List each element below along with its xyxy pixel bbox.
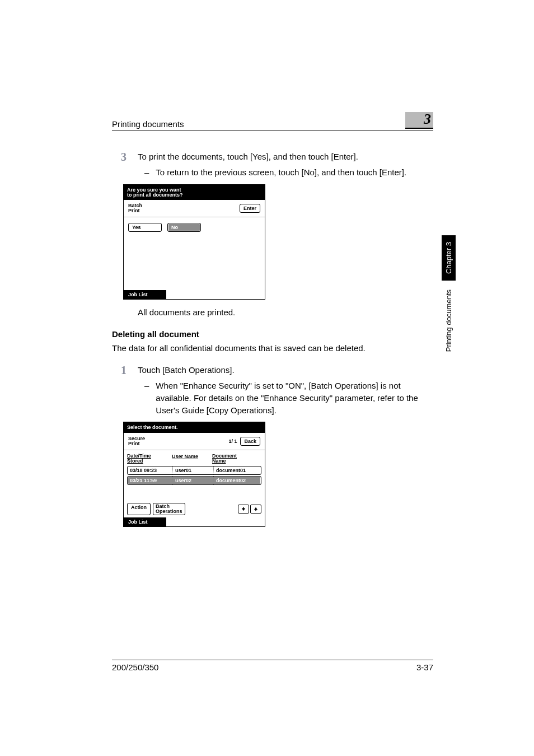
bullet-dash: – xyxy=(144,380,149,416)
action-button[interactable]: Action xyxy=(127,503,151,515)
batch-operations-button[interactable]: BatchOperations xyxy=(153,503,185,515)
header-title: Printing documents xyxy=(112,119,405,129)
step-text: Touch [Batch Operations]. xyxy=(138,364,433,376)
screenshot-batch-print-confirm: Are you sure you want to print all docum… xyxy=(123,184,265,300)
no-button[interactable]: No xyxy=(167,223,201,232)
step-1: 1 Touch [Batch Operations]. – When "Enha… xyxy=(112,364,433,416)
mode-label: SecurePrint xyxy=(128,436,145,446)
footer-model: 200/250/350 xyxy=(112,662,158,672)
job-list-tab[interactable]: Job List xyxy=(124,290,166,299)
table-row[interactable]: 03/18 09:23 user01 document01 xyxy=(127,466,261,475)
back-button[interactable]: Back xyxy=(240,437,260,446)
step-subtext: To return to the previous screen, touch … xyxy=(156,166,406,179)
result-text: All documents are printed. xyxy=(138,307,433,317)
footer-page-number: 3-37 xyxy=(416,662,433,672)
step-subtext: When "Enhance Security" is set to "ON", … xyxy=(156,380,433,416)
yes-button[interactable]: Yes xyxy=(128,223,162,232)
arrow-up-button[interactable] xyxy=(250,505,261,514)
mode-label: BatchPrint xyxy=(128,203,142,213)
arrow-down-icon xyxy=(241,507,246,511)
page-header: Printing documents 3 xyxy=(112,112,433,130)
col-date: Date/TimeStored xyxy=(127,454,172,464)
screen-title: Select the document. xyxy=(124,422,265,432)
step-text: To print the documents, touch [Yes], and… xyxy=(138,151,433,163)
bullet-dash: – xyxy=(144,166,149,179)
col-doc: DocumentName xyxy=(212,454,261,464)
step-3: 3 To print the documents, touch [Yes], a… xyxy=(112,151,433,179)
page-indicator: 1/ 1 xyxy=(228,438,237,444)
page-footer: 200/250/350 3-37 xyxy=(112,660,433,672)
arrow-up-icon xyxy=(254,507,258,511)
side-section-label: Printing documents xyxy=(443,286,455,355)
table-row[interactable]: 03/21 11:59 user02 document02 xyxy=(127,476,261,485)
screenshot-select-document: Select the document. SecurePrint 1/ 1 Ba… xyxy=(123,422,265,526)
step-number: 3 xyxy=(112,151,127,179)
arrow-down-button[interactable] xyxy=(238,505,249,514)
chapter-number-badge: 3 xyxy=(405,112,433,129)
side-chapter-label: Chapter 3 xyxy=(442,235,456,281)
col-user: User Name xyxy=(172,454,212,464)
side-tab: Chapter 3 Printing documents xyxy=(442,235,456,355)
screen-title: Are you sure you want to print all docum… xyxy=(124,185,265,200)
enter-button[interactable]: Enter xyxy=(240,204,260,213)
subheading-deleting: Deleting all document xyxy=(112,329,433,339)
delete-intro: The data for all confidential documents … xyxy=(112,343,433,353)
step-number: 1 xyxy=(112,364,127,416)
job-list-tab[interactable]: Job List xyxy=(124,517,166,526)
